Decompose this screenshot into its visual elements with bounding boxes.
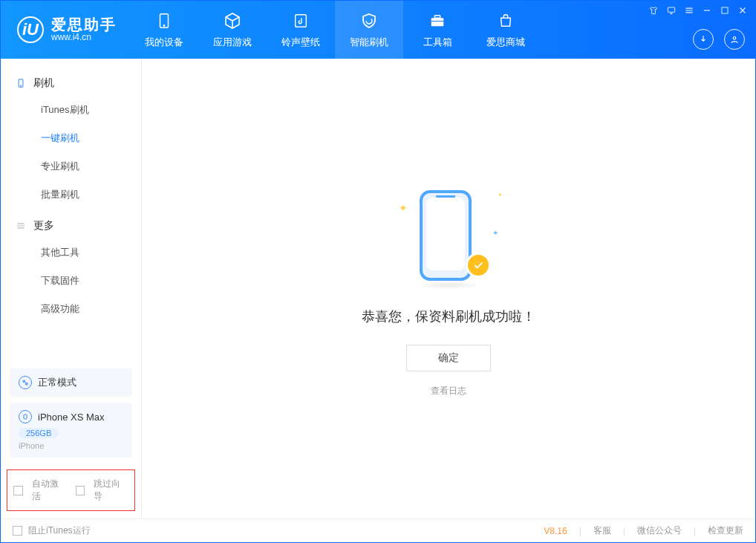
window-controls: [648, 5, 748, 16]
app-title: 爱思助手: [51, 16, 117, 33]
body: 刷机 iTunes刷机 一键刷机 专业刷机 批量刷机 更多 其他工具 下载固件 …: [1, 59, 755, 518]
checkbox-block-itunes[interactable]: [13, 526, 22, 536]
cube-icon: [222, 10, 243, 31]
sparkle-icon: ✦: [498, 192, 503, 198]
svg-rect-4: [434, 16, 440, 19]
sidebar-item-oneclick-flash[interactable]: 一键刷机: [1, 124, 141, 152]
sidebar-header-flash: 刷机: [1, 71, 141, 96]
minimize-icon[interactable]: [702, 5, 712, 16]
app-window: iU 爱思助手 www.i4.cn 我的设备 应用游戏: [0, 0, 756, 543]
options-highlight-box: 自动激活 跳过向导: [7, 469, 135, 511]
label-skip-wizard: 跳过向导: [94, 478, 128, 503]
briefcase-icon: [427, 10, 448, 31]
svg-point-10: [21, 85, 22, 86]
user-button[interactable]: [724, 29, 745, 50]
app-subtitle: www.i4.cn: [51, 33, 117, 42]
support-link[interactable]: 客服: [593, 524, 611, 537]
sparkle-icon: ✦: [492, 229, 498, 237]
menu-icon[interactable]: [684, 5, 694, 16]
label-block-itunes: 阻止iTunes运行: [28, 524, 91, 537]
svg-rect-5: [431, 21, 444, 22]
logo-text: 爱思助手 www.i4.cn: [51, 16, 117, 42]
svg-point-12: [25, 383, 27, 385]
sidebar-item-advanced[interactable]: 高级功能: [1, 295, 141, 323]
phone-illustration: [420, 190, 472, 281]
nav-label: 应用游戏: [213, 36, 252, 49]
header: iU 爱思助手 www.i4.cn 我的设备 应用游戏: [1, 1, 755, 59]
list-icon: [16, 219, 26, 233]
mode-label: 正常模式: [38, 376, 76, 389]
header-right-buttons: [693, 29, 745, 50]
nav-store[interactable]: 爱思商城: [472, 1, 540, 59]
sidebar-item-batch-flash[interactable]: 批量刷机: [1, 181, 141, 209]
device-type: iPhone: [19, 441, 123, 450]
shopping-bag-icon: [495, 10, 516, 31]
device-name: iPhone XS Max: [38, 412, 105, 423]
svg-rect-13: [24, 414, 27, 419]
view-log-link[interactable]: 查看日志: [431, 385, 466, 397]
svg-rect-7: [722, 7, 728, 13]
download-button[interactable]: [693, 29, 714, 50]
close-icon[interactable]: [737, 5, 748, 16]
sidebar-item-other-tools[interactable]: 其他工具: [1, 238, 141, 267]
sidebar-section-flash: 刷机 iTunes刷机 一键刷机 专业刷机 批量刷机: [1, 71, 141, 213]
mode-card[interactable]: 正常模式: [10, 368, 132, 397]
music-note-icon: [290, 10, 311, 31]
top-nav: 我的设备 应用游戏 铃声壁纸 智能刷机: [130, 1, 540, 59]
checkbox-skip-wizard[interactable]: [76, 486, 85, 495]
wechat-link[interactable]: 微信公众号: [637, 524, 682, 537]
svg-rect-2: [296, 15, 307, 27]
svg-point-1: [163, 25, 164, 26]
device-card[interactable]: iPhone XS Max 256GB iPhone: [10, 403, 132, 458]
nav-label: 智能刷机: [350, 36, 388, 49]
logo-icon: iU: [17, 16, 44, 43]
status-bar: 阻止iTunes运行 V8.16 | 客服 | 微信公众号 | 检查更新: [1, 518, 755, 542]
section-title: 更多: [33, 219, 54, 233]
device-icon: [154, 10, 175, 31]
check-update-link[interactable]: 检查更新: [708, 524, 743, 537]
svg-point-11: [23, 380, 25, 383]
svg-point-8: [733, 37, 736, 40]
maximize-icon[interactable]: [720, 5, 730, 16]
check-badge-icon: [466, 253, 491, 278]
device-phone-icon: [19, 410, 32, 423]
nav-label: 铃声壁纸: [281, 36, 320, 49]
sidebar-header-more: 更多: [1, 213, 141, 238]
success-message: 恭喜您，保资料刷机成功啦！: [362, 308, 535, 325]
svg-rect-6: [668, 7, 674, 12]
storage-badge: 256GB: [19, 428, 59, 438]
nav-smart-flash[interactable]: 智能刷机: [335, 1, 403, 59]
svg-rect-3: [431, 18, 444, 26]
sidebar: 刷机 iTunes刷机 一键刷机 专业刷机 批量刷机 更多 其他工具 下载固件 …: [1, 59, 142, 518]
sparkle-icon: ✦: [399, 202, 408, 214]
nav-label: 爱思商城: [486, 36, 525, 49]
sidebar-section-more: 更多 其他工具 下载固件 高级功能: [1, 213, 141, 328]
nav-apps-games[interactable]: 应用游戏: [198, 1, 267, 59]
nav-my-device[interactable]: 我的设备: [130, 1, 198, 59]
ok-button[interactable]: 确定: [406, 345, 491, 371]
nav-ringtones-wallpapers[interactable]: 铃声壁纸: [267, 1, 335, 59]
shirt-icon[interactable]: [648, 5, 659, 16]
device-cards: 正常模式 iPhone XS Max 256GB iPhone: [1, 362, 141, 466]
success-illustration: ✦ ✦ ✦: [393, 180, 504, 291]
section-title: 刷机: [33, 77, 54, 90]
label-auto-activate: 自动激活: [32, 478, 67, 503]
version-label: V8.16: [544, 526, 567, 536]
main-content: ✦ ✦ ✦ 恭喜您，保资料刷机成功啦！ 确定 查看日志: [142, 59, 755, 518]
sidebar-item-pro-flash[interactable]: 专业刷机: [1, 152, 141, 181]
nav-toolbox[interactable]: 工具箱: [403, 1, 472, 59]
nav-label: 工具箱: [423, 36, 452, 49]
mode-icon: [19, 376, 32, 389]
sidebar-item-download-firmware[interactable]: 下载固件: [1, 267, 141, 295]
nav-label: 我的设备: [145, 36, 183, 49]
feedback-icon[interactable]: [666, 5, 677, 16]
phone-icon: [16, 77, 26, 90]
logo-area: iU 爱思助手 www.i4.cn: [1, 1, 130, 59]
sidebar-item-itunes-flash[interactable]: iTunes刷机: [1, 96, 141, 124]
refresh-shield-icon: [359, 10, 379, 31]
checkbox-auto-activate[interactable]: [13, 486, 23, 495]
